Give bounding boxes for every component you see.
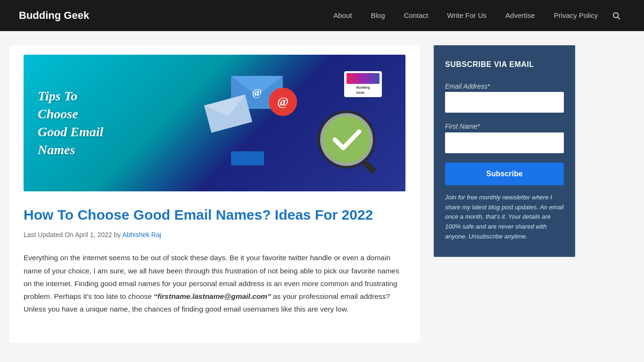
featured-image-visual: BuddingGeek @ @ <box>193 62 391 184</box>
nav-about[interactable]: About <box>324 0 361 31</box>
firstname-label: First Name* <box>445 123 480 130</box>
main-content: Tips ToChooseGood EmailNames BuddingGeek… <box>9 45 420 343</box>
svg-line-1 <box>618 17 619 19</box>
search-icon[interactable] <box>607 0 625 31</box>
sidebar: SUBSCRIBE VIA EMAIL Email Address* First… <box>434 45 575 343</box>
nav-contact[interactable]: Contact <box>395 0 438 31</box>
article-meta: Last Updated On April 1, 2022 by Abhishe… <box>24 230 405 240</box>
site-nav: About Blog Contact Write For Us Advertis… <box>324 0 625 31</box>
nav-write-for-us[interactable]: Write For Us <box>438 0 496 31</box>
featured-image: Tips ToChooseGood EmailNames BuddingGeek… <box>24 55 405 191</box>
svg-point-9 <box>323 116 370 163</box>
email-highlight: “firstname.lastname@gmail.com” <box>154 292 271 300</box>
magnifier-icon <box>311 104 387 180</box>
svg-text:@: @ <box>252 86 262 98</box>
site-logo[interactable]: Budding Geek <box>19 7 89 24</box>
site-header: Budding Geek About Blog Contact Write Fo… <box>0 0 644 31</box>
article-body: Everything on the internet seems to be o… <box>24 251 405 315</box>
blue-rect-decoration <box>231 151 264 165</box>
subscribe-widget: SUBSCRIBE VIA EMAIL Email Address* First… <box>434 45 575 257</box>
article-title: How To Choose Good Email Names? Ideas Fo… <box>24 206 405 224</box>
blog-card-thumbnail: BuddingGeek <box>344 71 382 97</box>
email-label: Email Address* <box>445 82 490 90</box>
featured-image-text: Tips ToChooseGood EmailNames <box>38 87 103 158</box>
widget-title: SUBSCRIBE VIA EMAIL <box>445 58 564 71</box>
widget-description: Join for free monthly newsletter where I… <box>445 193 564 242</box>
subscribe-button[interactable]: Subscribe <box>445 163 564 185</box>
firstname-input[interactable] <box>445 132 564 153</box>
article-paragraph-1: Everything on the internet seems to be o… <box>24 251 405 315</box>
email-input[interactable] <box>445 92 564 113</box>
page-wrapper: Tips ToChooseGood EmailNames BuddingGeek… <box>0 31 644 362</box>
envelope-icon-2 <box>204 95 254 137</box>
nav-blog[interactable]: Blog <box>361 0 394 31</box>
nav-privacy-policy[interactable]: Privacy Policy <box>545 0 607 31</box>
author-link[interactable]: Abhishek Raj <box>122 231 161 239</box>
nav-advertise[interactable]: Advertise <box>496 0 545 31</box>
at-symbol: @ <box>269 88 297 116</box>
